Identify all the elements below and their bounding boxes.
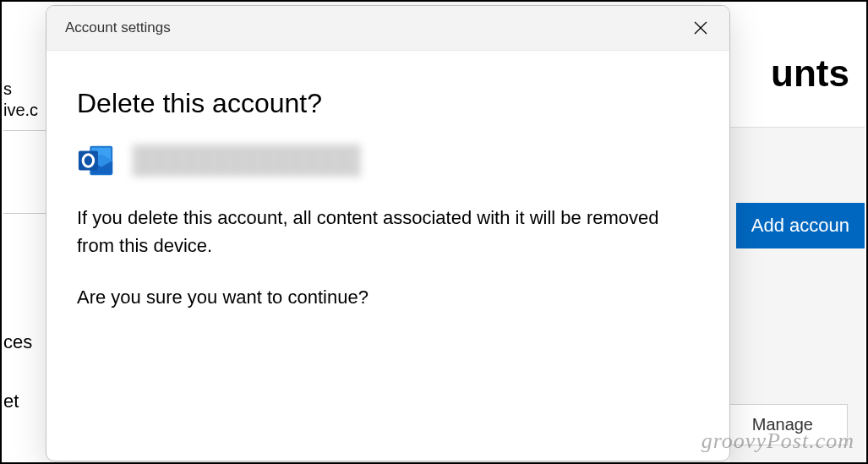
outlook-icon bbox=[77, 141, 116, 180]
dialog-header-title: Account settings bbox=[65, 19, 171, 36]
dialog-warning-text: If you delete this account, all content … bbox=[77, 204, 699, 259]
dialog-confirm-text: Are you sure you want to continue? bbox=[77, 283, 699, 311]
divider bbox=[3, 130, 46, 131]
account-row bbox=[77, 141, 699, 180]
delete-account-dialog: Account settings Delete this account? If bbox=[46, 5, 730, 461]
account-email-redacted bbox=[133, 145, 361, 177]
sidebar-text-fragment: s bbox=[3, 79, 12, 99]
close-button[interactable] bbox=[689, 16, 712, 40]
sidebar-text-fragment: ive.c bbox=[3, 101, 38, 120]
manage-button[interactable]: Manage bbox=[718, 404, 848, 445]
sidebar-text-fragment: ces bbox=[3, 331, 32, 353]
close-icon bbox=[694, 21, 707, 35]
dialog-heading: Delete this account? bbox=[77, 88, 699, 119]
sidebar-text-fragment: et bbox=[3, 390, 19, 412]
dialog-header: Account settings bbox=[46, 6, 729, 51]
add-account-button[interactable]: Add accoun bbox=[736, 203, 865, 248]
divider bbox=[3, 213, 46, 214]
page-title-fragment: unts bbox=[771, 52, 849, 95]
dialog-body: Delete this account? If you delete this … bbox=[46, 51, 729, 352]
